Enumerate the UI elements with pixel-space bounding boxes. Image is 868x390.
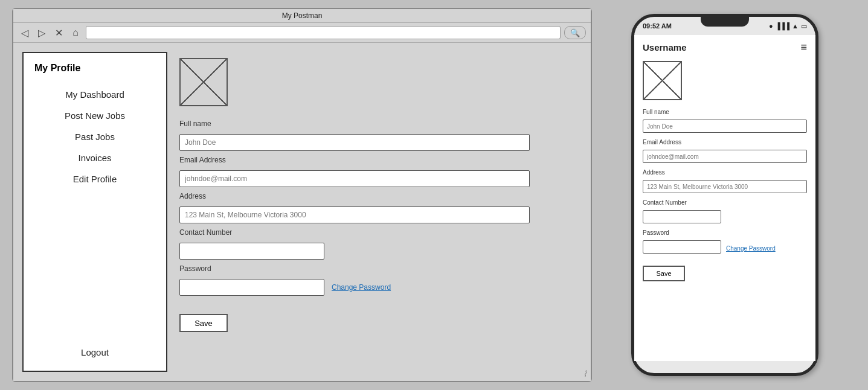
mobile-change-password-link[interactable]: Change Password [726,245,776,252]
sidebar-title: My Profile [30,63,160,74]
email-input[interactable] [179,170,530,187]
search-icon: 🔍 [570,28,580,37]
mobile-profile-image [643,61,682,100]
mobile-fullname-input[interactable] [643,120,807,133]
search-button[interactable]: 🔍 [564,26,586,39]
sidebar-item-dashboard[interactable]: My Dashboard [30,86,160,103]
wifi-icon: ▲ [792,22,799,30]
phone-username-label: Username [643,42,687,53]
save-button[interactable]: Save [179,314,228,332]
mobile-email-label: Email Address [643,139,807,145]
browser-toolbar: ◁ ▷ ✕ ⌂ 🔍 [13,23,591,43]
placeholder-x [181,59,227,105]
sidebar: My Profile My Dashboard Post New Jobs Pa… [22,52,167,372]
phone-notch [701,17,749,27]
sidebar-item-edit-profile[interactable]: Edit Profile [30,170,160,188]
battery-icon: ▭ [801,22,807,30]
profile-image-placeholder [179,58,228,106]
signal-icon: ▐▐▐ [776,22,789,30]
mobile-save-button[interactable]: Save [643,266,685,281]
mobile-container: 09:52 AM ● ▐▐▐ ▲ ▭ Username ≡ Full name … [616,8,834,382]
url-bar[interactable] [86,26,561,39]
address-label: Address [179,192,570,200]
close-button[interactable]: ✕ [52,26,65,39]
browser-title: My Postman [282,11,323,20]
mobile-placeholder-x [644,62,681,99]
mobile-password-label: Password [643,229,807,236]
camera-icon: ● [769,22,773,30]
phone-header: Username ≡ [643,41,807,54]
back-button[interactable]: ◁ [18,26,31,39]
sidebar-item-past-jobs[interactable]: Past Jobs [30,128,160,145]
phone-frame: 09:52 AM ● ▐▐▐ ▲ ▭ Username ≡ Full name … [631,14,818,376]
sidebar-item-invoices[interactable]: Invoices [30,149,160,167]
phone-status-icons: ● ▐▐▐ ▲ ▭ [769,22,807,30]
password-input[interactable] [179,279,324,296]
mobile-email-input[interactable] [643,150,807,163]
mobile-password-input[interactable] [643,240,721,254]
browser-titlebar: My Postman [13,9,591,23]
mobile-contact-input[interactable] [643,210,721,223]
sidebar-nav: My Dashboard Post New Jobs Past Jobs Inv… [30,86,160,325]
password-label: Password [179,264,570,273]
contact-label: Contact Number [179,228,570,237]
browser-window: My Postman ◁ ▷ ✕ ⌂ 🔍 My Profile My Dashb… [12,8,592,382]
address-input[interactable] [179,206,530,223]
fullname-label: Full name [179,120,570,128]
change-password-link[interactable]: Change Password [332,283,391,292]
main-content: Full name Email Address Address Contact … [167,52,582,372]
mobile-contact-label: Contact Number [643,199,807,206]
logout-button[interactable]: Logout [30,344,160,361]
phone-time: 09:52 AM [643,22,672,30]
browser-content: My Profile My Dashboard Post New Jobs Pa… [13,43,591,381]
phone-bottom [634,361,815,373]
forward-button[interactable]: ▷ [35,26,48,39]
home-button[interactable]: ⌂ [69,26,82,39]
mobile-address-label: Address [643,169,807,176]
corner-decoration: ⌇ [583,369,587,379]
hamburger-menu-icon[interactable]: ≡ [800,41,807,54]
sidebar-item-post-new-jobs[interactable]: Post New Jobs [30,107,160,124]
profile-form: Full name Email Address Address Contact … [179,120,570,296]
phone-content: Username ≡ Full name Email Address Addre… [634,35,815,361]
contact-input[interactable] [179,243,324,260]
password-row: Change Password [179,279,570,296]
mobile-password-row: Change Password [643,240,807,256]
email-label: Email Address [179,156,570,164]
mobile-fullname-label: Full name [643,109,807,115]
mobile-address-input[interactable] [643,180,807,193]
fullname-input[interactable] [179,134,530,151]
